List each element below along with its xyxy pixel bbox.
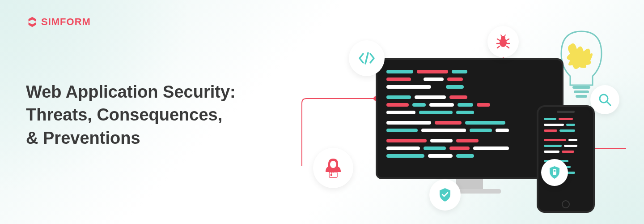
code-line	[544, 124, 588, 126]
desktop-monitor	[376, 58, 564, 197]
heading-text: Web Application Security: Threats, Conse…	[26, 81, 236, 150]
code-line	[544, 145, 588, 147]
svg-rect-11	[330, 174, 332, 176]
hacker-icon	[313, 148, 353, 188]
svg-rect-3	[572, 86, 590, 89]
code-line	[386, 85, 553, 89]
code-line	[544, 129, 588, 132]
code-line	[386, 111, 553, 114]
brand-logo: SIMFORM	[26, 16, 91, 28]
page-heading: Web Application Security: Threats, Conse…	[26, 81, 236, 150]
monitor-screen	[376, 58, 564, 179]
code-line	[386, 70, 553, 73]
code-line	[544, 139, 588, 141]
svg-rect-12	[553, 172, 556, 175]
code-line	[386, 103, 553, 107]
heading-line-1: Web Application Security:	[26, 82, 236, 101]
search-icon	[590, 85, 619, 114]
shield-check-icon	[429, 179, 461, 211]
code-line	[386, 78, 553, 81]
code-line	[544, 151, 588, 153]
code-line	[544, 118, 588, 120]
monitor-stand	[456, 179, 483, 189]
svg-rect-5	[576, 95, 587, 98]
code-line	[386, 121, 553, 125]
shield-lock-icon	[541, 159, 568, 186]
brand-name: SIMFORM	[41, 16, 91, 28]
code-line	[386, 95, 553, 99]
connector-line-right	[590, 148, 626, 149]
smartphone	[537, 105, 595, 213]
svg-rect-4	[574, 90, 589, 93]
hero-illustration	[295, 18, 626, 215]
heading-line-2: Threats, Consequences,	[26, 105, 222, 124]
simform-logo-icon	[26, 16, 38, 28]
code-line	[386, 146, 553, 150]
svg-point-9	[330, 161, 336, 168]
heading-line-3: & Preventions	[26, 129, 140, 147]
bug-icon	[487, 26, 519, 57]
code-line	[386, 154, 553, 158]
code-line	[386, 139, 553, 142]
code-line	[386, 129, 553, 132]
code-icon	[349, 40, 385, 76]
